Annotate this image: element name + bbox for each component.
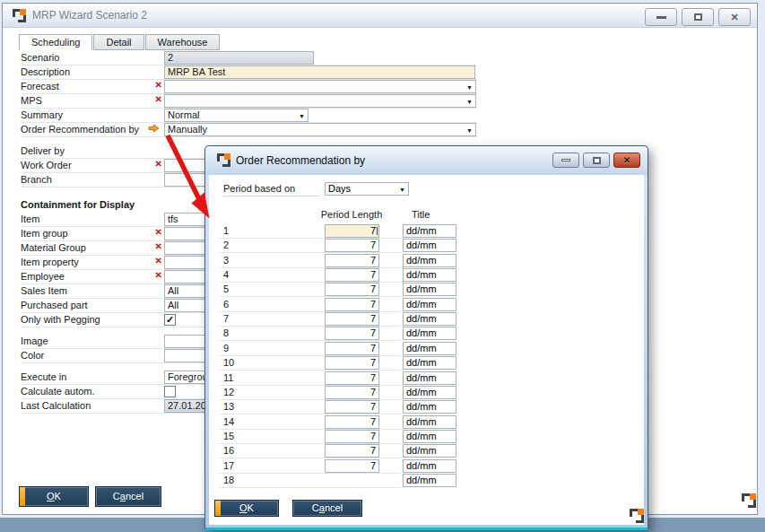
dialog-ok-button[interactable]: OK [214, 500, 279, 517]
title-input[interactable]: dd/mm [403, 371, 456, 385]
row-separator [220, 296, 401, 297]
title-input[interactable]: dd/mm [403, 268, 456, 282]
period-length-input[interactable]: 7 [325, 298, 379, 311]
minimize-icon [561, 159, 570, 161]
checkbox-only-with-pegging[interactable]: ✓ [164, 314, 176, 326]
field-value: Manually [168, 124, 207, 135]
table-row: 137dd/mm [209, 400, 644, 414]
title-input[interactable]: dd/mm [403, 459, 456, 473]
field-value: MRP BA Test [168, 66, 225, 77]
period-length-input[interactable]: 7 [325, 312, 379, 326]
field-label: Purchased part [21, 300, 88, 310]
field-forecast[interactable]: ▼ [164, 80, 476, 93]
dialog-titlebar: Order Recommendation by ✕ [205, 146, 648, 175]
field-label: Branch [21, 174, 52, 185]
section-heading: Containment for Display [21, 199, 135, 210]
period-length-input[interactable]: 7 [325, 371, 379, 385]
minimize-button[interactable] [552, 153, 579, 168]
table-row: 67dd/mm [209, 298, 644, 312]
title-input[interactable]: dd/mm [403, 342, 456, 355]
period-length-input[interactable]: 7 [325, 239, 379, 252]
red-x-icon: ✕ [148, 270, 162, 280]
period-based-on-label: Period based on [223, 183, 295, 194]
row-number: 3 [223, 255, 229, 266]
table-row: 87dd/mm [209, 327, 644, 341]
title-input[interactable]: dd/mm [403, 327, 456, 340]
ok-button[interactable]: OK [19, 486, 89, 507]
dialog-body: Period based on Days ▼ Period Length Tit… [209, 175, 644, 525]
tab-scheduling[interactable]: Scheduling [19, 34, 92, 50]
period-length-input[interactable]: 7 [325, 342, 379, 355]
title-input[interactable]: dd/mm [403, 444, 456, 458]
title-input[interactable]: dd/mm [403, 430, 456, 443]
period-length-input[interactable]: 7 [325, 356, 379, 370]
close-button[interactable]: ✕ [613, 153, 640, 168]
table-row: 97dd/mm [209, 342, 644, 356]
title-input[interactable]: dd/mm [403, 312, 456, 326]
row-separator [220, 487, 401, 488]
period-length-input[interactable]: 7 [325, 415, 379, 429]
link-arrow-icon[interactable] [148, 124, 160, 135]
title-input[interactable]: dd/mm [403, 415, 456, 429]
period-length-input[interactable]: 7 [325, 400, 379, 414]
title-input[interactable]: dd/mm [403, 224, 456, 238]
red-x-icon: ✕ [148, 256, 162, 266]
field-mps[interactable]: ▼ [164, 94, 476, 108]
row-number: 8 [223, 327, 229, 338]
title-input[interactable]: dd/mm [403, 386, 456, 399]
period-based-on-dropdown[interactable]: Days ▼ [325, 182, 409, 196]
period-length-input[interactable]: 7 [325, 459, 379, 473]
period-length-input[interactable]: 7 [325, 386, 379, 399]
tab-detail[interactable]: Detail [93, 34, 143, 50]
table-row: 107dd/mm [209, 356, 644, 371]
period-length-input[interactable]: 7 [325, 444, 379, 458]
title-input[interactable]: dd/mm [403, 400, 456, 414]
title-input[interactable]: dd/mm [403, 283, 456, 296]
title-input[interactable]: dd/mm [403, 356, 456, 370]
row-number: 5 [223, 283, 229, 294]
title-input[interactable]: dd/mm [403, 474, 456, 487]
restore-button[interactable] [583, 153, 610, 168]
column-header-period-length: Period Length [319, 209, 384, 220]
field-label: Item [21, 214, 39, 224]
chevron-down-icon: ▼ [466, 96, 473, 108]
chevron-down-icon: ▼ [466, 82, 473, 93]
row-number: 1 [223, 225, 229, 236]
field-order-recommendation-by[interactable]: Manually▼ [164, 123, 476, 136]
table-row: 177dd/mm [209, 459, 644, 474]
field-value: All [168, 285, 178, 296]
red-x-icon: ✕ [148, 159, 162, 169]
sap-b1-icon [13, 9, 26, 22]
minimize-button[interactable] [645, 8, 677, 26]
checkbox-calculate-autom[interactable] [164, 386, 176, 397]
window-title: MRP Wizard Scenario 2 [32, 9, 147, 22]
period-length-input[interactable]: 7 [325, 224, 379, 238]
field-summary[interactable]: Normal▼ [164, 109, 309, 122]
field-label: Employee [21, 271, 65, 282]
field-label: Deliver by [21, 145, 65, 156]
field-description[interactable]: MRP BA Test [164, 65, 475, 79]
cancel-button[interactable]: Cancel [95, 486, 161, 507]
tab-warehouse[interactable]: Warehouse [145, 34, 221, 50]
row-separator [220, 458, 401, 458]
form-row-mps: MPS✕▼ [21, 94, 476, 109]
dialog-cancel-button[interactable]: Cancel [292, 500, 362, 517]
period-length-input[interactable]: 7 [325, 283, 379, 296]
title-input[interactable]: dd/mm [403, 254, 456, 267]
red-x-icon: ✕ [148, 227, 162, 237]
period-length-input[interactable]: 7 [325, 327, 379, 340]
period-length-input[interactable]: 7 [325, 254, 379, 267]
column-header-title: Title [412, 209, 430, 220]
title-input[interactable]: dd/mm [403, 298, 456, 311]
period-length-input[interactable]: 7 [325, 430, 379, 443]
close-button[interactable]: ✕ [718, 8, 751, 26]
row-number: 14 [223, 416, 234, 427]
row-number: 9 [223, 343, 229, 353]
row-number: 2 [223, 240, 229, 250]
period-length-input[interactable]: 7 [325, 268, 379, 282]
title-input[interactable]: dd/mm [403, 239, 456, 252]
field-value: 2 [168, 52, 173, 63]
table-row: 117dd/mm [209, 371, 644, 386]
field-scenario[interactable]: 2 [164, 51, 314, 65]
restore-button[interactable] [682, 8, 714, 26]
